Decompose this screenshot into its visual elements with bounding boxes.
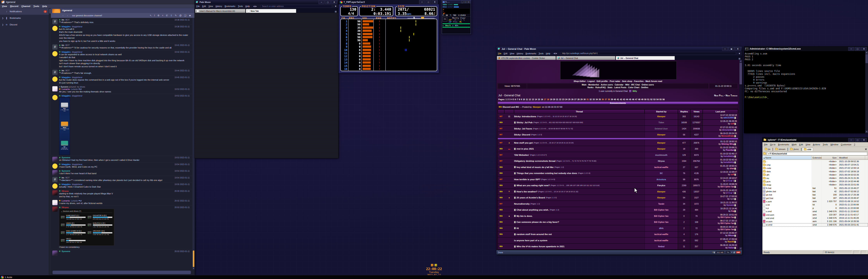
user-link-edit-profile[interactable]: Edit profile (597, 80, 608, 82)
user-link-mark-forum-read[interactable]: Mark forum read (645, 80, 662, 82)
new-post-icon[interactable]: + (734, 222, 736, 224)
thread-link[interactable]: Sticky: Jul Faces (514, 127, 532, 130)
page-link-11[interactable]: 11 (526, 98, 528, 100)
new-post-icon[interactable]: + (734, 192, 736, 194)
cmd-titlebar[interactable]: C:\ Administrator: C:\Windows\system32\c… (744, 46, 868, 51)
nav-link-memberlist[interactable]: Memberlist (588, 84, 599, 86)
thread-starter[interactable]: Tiden (645, 120, 678, 126)
user-link-post-radar[interactable]: Post radar (610, 80, 620, 82)
thread-pages[interactable]: (Pages: 1 2 3) (531, 134, 542, 135)
lastpost-user[interactable]: Syovere (726, 204, 734, 206)
page-link-1[interactable]: 1 (505, 98, 507, 100)
maximize-button[interactable]: ▢ (855, 47, 861, 51)
new-post-icon[interactable]: + (514, 172, 516, 175)
tab-list-icon[interactable]: ▦ (737, 57, 742, 60)
lastpost-user[interactable]: Halian (728, 246, 734, 249)
page-link-39[interactable]: 39 (611, 98, 613, 100)
new-post-icon[interactable]: + (514, 233, 516, 236)
minimize-button[interactable]: _ (461, 1, 464, 3)
blaggles-avatar[interactable] (52, 26, 58, 31)
thread-starter[interactable]: tactical-waffle (645, 238, 678, 243)
sidebar-item-notifications[interactable]: ♪Notifications1 (0, 8, 49, 15)
thread-starter[interactable]: Hiryuu (645, 158, 678, 164)
folder-tab-stream[interactable]: stream (774, 148, 787, 151)
thread-row[interactable]: NEW+Hid0rk27208-04-21 00:15:13by Bill Ci… (498, 225, 738, 231)
page-link-20[interactable]: 20 (553, 98, 555, 100)
thread-starter[interactable]: SC (645, 170, 678, 176)
menu-item-mark[interactable]: Mark (792, 143, 797, 146)
mention-icon[interactable]: @ (179, 14, 182, 17)
thread-row[interactable]: NEW+random stuff from around the nettact… (498, 231, 738, 238)
nav-link-ranks[interactable]: Ranks (587, 86, 594, 89)
column-header-modified[interactable]: Modified (838, 156, 865, 159)
page-link-41[interactable]: 41 (617, 98, 619, 100)
thread-starter[interactable]: Xkeeper (645, 146, 678, 152)
new-post-icon[interactable]: + (734, 241, 736, 243)
thread-pages[interactable]: (Pages: 1 2 3 4 5 ... 71 72 73 74 75 76 … (556, 160, 596, 162)
nav-link-online-users[interactable]: Online users (642, 84, 654, 86)
online-user[interactable]: Milly (632, 90, 637, 92)
thread-row[interactable]: NEW+Chat about anything you wish.(Pages:… (498, 207, 738, 213)
minimize-button[interactable]: ‒ (848, 47, 854, 51)
lastpost-user[interactable]: ひりゅう (726, 192, 734, 194)
folder-tab-jtv[interactable]: jtv (763, 148, 772, 151)
forum-titlebar[interactable]: Jul -- General Chat - Pale Moon ‒ ▣ X (496, 46, 742, 51)
file-row[interactable]: code<folder>2021-07-02 12:00:14 (763, 166, 868, 170)
menu-item-history[interactable]: History (517, 52, 523, 55)
nav-link-color-chart[interactable]: Color Chart (628, 86, 639, 89)
thread-pages[interactable]: (Pages: 1 2 3 4 5 ... 105 106 107 108 10… (551, 184, 599, 186)
file-row[interactable]: ⚙gfxdec.batbat422021-05-07 02:08:12 (763, 190, 868, 193)
page-link-45[interactable]: 45 (629, 98, 631, 100)
page-link-21[interactable]: 21 (556, 98, 558, 100)
page-link-14[interactable]: 14 (535, 98, 537, 100)
thread-starter[interactable]: Xkeeper (645, 132, 678, 138)
irc-avatar[interactable]: # (52, 44, 58, 50)
irc-avatar[interactable]: # (52, 177, 58, 182)
new-post-icon[interactable]: + (734, 167, 736, 170)
menu-item-tools[interactable]: Tools (33, 5, 39, 7)
palemoon-titlebar[interactable]: Pale Moon ‒ ▢ X (195, 0, 338, 4)
file-row[interactable]: s.smdsmd1 048 5762022-01-11 22:00:02 (763, 210, 868, 213)
file-row[interactable]: ASMs.asmasm1 020 7072022-01-08 15:16:52 (763, 200, 868, 203)
message-username[interactable]: blaggles (62, 25, 71, 28)
thread-row[interactable]: HOTHow terrible is your ISP?(Pages: 1 2 … (498, 177, 738, 183)
file-row[interactable]: -<folder>2021-10-28 09:52:36 (763, 160, 868, 163)
file-row[interactable]: gfx<folder>2021-06-04 02:02:26 (763, 173, 868, 177)
lastpost-user[interactable]: Bill Cipher fan (720, 216, 734, 218)
hiryuu-avatar[interactable] (52, 190, 58, 195)
page-link-47[interactable]: 47 (635, 98, 638, 100)
thread-link[interactable]: Can someone please do me a big favor? (517, 221, 559, 223)
close-tab-icon[interactable]: ✕ (865, 148, 867, 151)
page-link-5[interactable]: 5 (513, 98, 515, 100)
thread-starter[interactable]: FieryIce (645, 183, 678, 188)
lastpost-user[interactable]: Shining Wing (721, 143, 734, 145)
page-link-44[interactable]: 44 (626, 98, 628, 100)
lastpost-user[interactable]: Kaj (731, 210, 734, 212)
nav-link-smilies[interactable]: Smilies (641, 86, 648, 89)
menu-item-edit[interactable]: Edit (799, 143, 803, 146)
upload-icon[interactable]: ⇧ (170, 14, 172, 17)
address-bar[interactable]: Search or enter address (260, 5, 332, 8)
browser-tab[interactable]: New Tab (246, 9, 296, 13)
new-post-icon[interactable]: + (734, 174, 736, 176)
thread-row[interactable]: is anyone here part of a systemtactical-… (498, 238, 738, 244)
file-row[interactable]: tmap<folder>2021-06-03 22:01:06 (763, 183, 868, 186)
page-link-13[interactable]: 13 (532, 98, 534, 100)
action-new-thread[interactable]: New Thread (725, 94, 737, 97)
thread-link[interactable]: How's the weather? (517, 190, 537, 193)
close-button[interactable]: X (432, 0, 438, 4)
new-post-icon[interactable]: + (734, 228, 736, 231)
new-post-icon[interactable]: + (514, 166, 516, 168)
message-username[interactable]: Lunaria (62, 88, 70, 90)
thread-row[interactable]: NEW+Things that you remember existing bu… (498, 170, 738, 177)
thread-pages[interactable]: (Pages: 1 2 3 4 5 ... 11 12 13 14 15 16 … (537, 116, 577, 117)
thread-starter[interactable]: tactical-waffle (645, 231, 678, 237)
page-link-46[interactable]: 46 (632, 98, 634, 100)
maximize-button[interactable]: ▢ (325, 0, 331, 4)
menu-item-help[interactable]: Help (42, 5, 47, 7)
new-post-icon[interactable]: + (734, 123, 736, 125)
chat-icon[interactable]: ❏ (184, 14, 186, 17)
menu-item-customize[interactable]: Customize (841, 143, 851, 146)
menu-item-window[interactable]: Window (830, 143, 838, 146)
maximize-button[interactable]: ▣ (728, 47, 734, 51)
